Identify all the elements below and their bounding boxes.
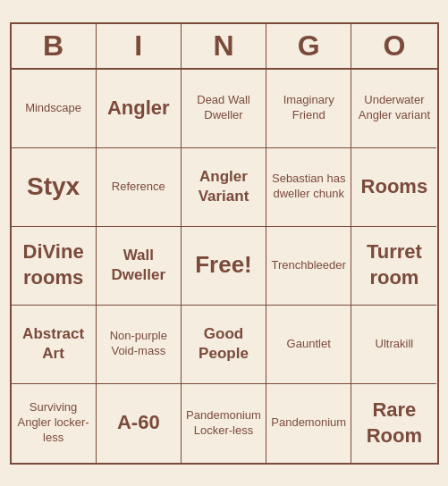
bingo-cell-1: Angler — [97, 70, 182, 148]
bingo-cell-21: A-60 — [97, 384, 182, 463]
bingo-letter-I: I — [97, 24, 182, 68]
bingo-card: BINGO MindscapeAnglerDead Wall DwellerIm… — [10, 22, 439, 465]
bingo-cell-15: Abstract Art — [12, 306, 97, 384]
bingo-cell-10: DiVine rooms — [12, 227, 97, 306]
bingo-cell-0: Mindscape — [12, 70, 97, 148]
bingo-cell-6: Reference — [97, 148, 182, 227]
bingo-letter-B: B — [12, 24, 97, 68]
bingo-cell-16: Non-purple Void-mass — [97, 306, 182, 384]
bingo-cell-20: Surviving Angler locker-less — [12, 384, 97, 463]
bingo-cell-19: Ultrakill — [351, 306, 436, 384]
bingo-cell-13: Trenchbleeder — [266, 227, 351, 306]
bingo-cell-11: Wall Dweller — [97, 227, 182, 306]
bingo-header: BINGO — [12, 24, 437, 70]
bingo-letter-G: G — [266, 24, 351, 68]
bingo-cell-17: Good People — [182, 306, 266, 384]
bingo-cell-5: Styx — [12, 148, 97, 227]
bingo-cell-4: Underwater Angler variant — [351, 70, 436, 148]
bingo-cell-22: Pandemonium Locker-less — [182, 384, 266, 463]
bingo-cell-14: Turret room — [351, 227, 436, 306]
bingo-grid: MindscapeAnglerDead Wall DwellerImaginar… — [12, 70, 437, 463]
bingo-cell-24: Rare Room — [351, 384, 436, 463]
bingo-cell-18: Gauntlet — [266, 306, 351, 384]
bingo-cell-12: Free! — [182, 227, 266, 306]
bingo-cell-9: Rooms — [351, 148, 436, 227]
bingo-cell-3: Imaginary Friend — [266, 70, 351, 148]
bingo-cell-23: Pandemonium — [266, 384, 351, 463]
bingo-letter-N: N — [182, 24, 266, 68]
bingo-cell-2: Dead Wall Dweller — [182, 70, 266, 148]
bingo-cell-8: Sebastian has dweller chunk — [266, 148, 351, 227]
bingo-letter-O: O — [351, 24, 436, 68]
bingo-cell-7: Angler Variant — [182, 148, 266, 227]
